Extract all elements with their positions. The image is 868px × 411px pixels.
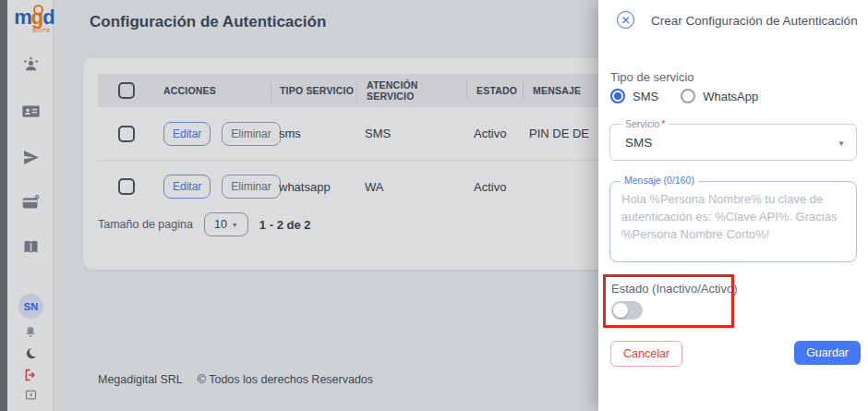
radio-option-whatsapp[interactable]: WhatsApp bbox=[681, 89, 758, 103]
service-type-radio-group: SMS WhatsApp bbox=[610, 89, 758, 103]
estado-toggle[interactable] bbox=[611, 301, 643, 320]
required-asterisk: * bbox=[661, 118, 665, 129]
servicio-select[interactable]: Servicio* SMS ▼ bbox=[609, 124, 857, 161]
save-button[interactable]: Guardar bbox=[794, 341, 861, 365]
mensaje-field-wrap: Mensaje (0/160) bbox=[609, 181, 857, 262]
mensaje-textarea[interactable] bbox=[609, 181, 857, 262]
toggle-knob bbox=[613, 303, 628, 318]
radio-option-sms[interactable]: SMS bbox=[610, 89, 658, 103]
drawer-backdrop[interactable] bbox=[0, 0, 598, 411]
create-auth-drawer: ✕ Crear Configuración de Autenticación T… bbox=[598, 0, 868, 411]
servicio-select-label: Servicio* bbox=[621, 118, 669, 129]
estado-toggle-label: Estado (Inactivo/Activo) bbox=[611, 282, 738, 296]
service-type-label: Tipo de servicio bbox=[610, 70, 694, 84]
chevron-down-icon: ▼ bbox=[838, 139, 845, 148]
mensaje-field-label: Mensaje (0/160) bbox=[621, 175, 698, 186]
radio-unselected-icon bbox=[681, 89, 695, 103]
close-drawer-button[interactable]: ✕ bbox=[617, 11, 634, 29]
radio-whatsapp-label: WhatsApp bbox=[703, 90, 758, 103]
close-icon: ✕ bbox=[621, 15, 630, 26]
drawer-title: Crear Configuración de Autenticación bbox=[651, 14, 858, 28]
app-root: mgd SUITE SN bbox=[0, 0, 868, 411]
servicio-select-value: SMS bbox=[625, 136, 652, 150]
radio-sms-label: SMS bbox=[633, 90, 658, 103]
cancel-button[interactable]: Cancelar bbox=[610, 341, 682, 367]
radio-selected-icon bbox=[610, 89, 625, 103]
